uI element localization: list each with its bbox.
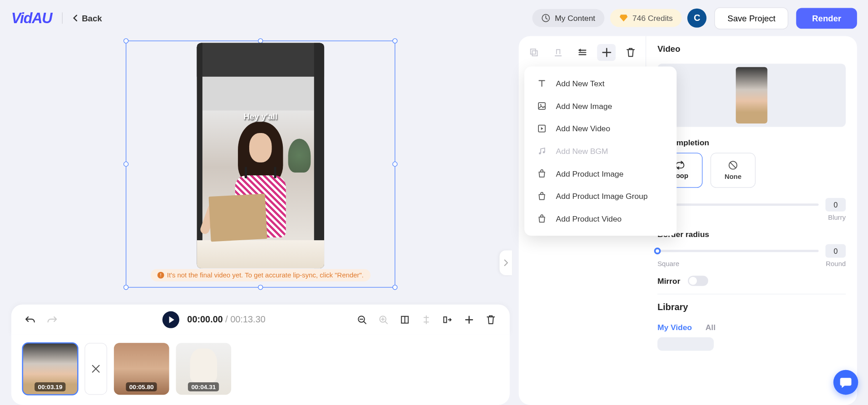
bag-icon bbox=[537, 214, 547, 224]
render-notice: ! It's not the final video yet. To get a… bbox=[151, 269, 370, 281]
mirror-label: Mirror bbox=[657, 277, 680, 286]
resize-handle[interactable] bbox=[392, 162, 397, 167]
video-scene bbox=[197, 43, 324, 268]
resize-handle[interactable] bbox=[392, 38, 397, 43]
clip-thumbnail[interactable]: 00:03.19 bbox=[23, 343, 78, 395]
border-radius-label: Border radius bbox=[657, 229, 846, 238]
svg-rect-4 bbox=[444, 317, 446, 322]
slider-thumb[interactable] bbox=[654, 247, 661, 254]
radius-value: 0 bbox=[825, 244, 846, 258]
undo-button[interactable] bbox=[24, 313, 37, 326]
delete-clip-button[interactable] bbox=[484, 313, 498, 326]
add-product-image-label: Add Product Image bbox=[556, 169, 624, 178]
chat-support-button[interactable] bbox=[833, 370, 858, 395]
redo-button[interactable] bbox=[45, 313, 59, 326]
svg-point-10 bbox=[539, 153, 541, 154]
video-preview[interactable]: Hey y'all bbox=[197, 43, 324, 268]
layers-button[interactable] bbox=[441, 313, 454, 326]
diamond-icon bbox=[619, 14, 628, 22]
clip-thumbnail[interactable]: 00:05.80 bbox=[114, 343, 169, 395]
svg-point-8 bbox=[540, 104, 542, 106]
avatar-initial: C bbox=[694, 13, 700, 23]
credits-pill[interactable]: 746 Credits bbox=[610, 9, 681, 27]
video-caption: Hey y'all bbox=[243, 112, 277, 121]
toggle-knob bbox=[689, 277, 697, 285]
add-object-button[interactable] bbox=[597, 44, 616, 61]
add-video-label: Add New Video bbox=[556, 124, 611, 133]
video-thumbnail bbox=[736, 67, 768, 123]
image-icon bbox=[537, 101, 547, 111]
library-thumbnail[interactable] bbox=[657, 337, 714, 351]
none-mode-button[interactable]: None bbox=[710, 153, 755, 188]
zoom-in-button[interactable] bbox=[377, 313, 390, 326]
layer-order-button[interactable] bbox=[573, 44, 592, 61]
play-icon bbox=[169, 316, 174, 323]
expand-panel-button[interactable] bbox=[499, 250, 512, 275]
clip-duration: 00:03.19 bbox=[35, 382, 66, 391]
editor-left: Hey y'all ! It's not the final video yet… bbox=[11, 36, 510, 405]
none-label: None bbox=[725, 173, 741, 180]
avatar[interactable]: C bbox=[687, 9, 706, 28]
radius-slider[interactable] bbox=[657, 250, 819, 252]
completion-mode-label: of completion bbox=[657, 138, 846, 147]
delete-object-button[interactable] bbox=[621, 44, 640, 61]
divider bbox=[62, 12, 63, 24]
logo: VidAU bbox=[11, 9, 52, 27]
add-image-label: Add New Image bbox=[556, 102, 612, 111]
blur-slider[interactable] bbox=[657, 203, 819, 206]
clip-duration: 00:05.80 bbox=[126, 382, 157, 391]
add-product-video-label: Add Product Video bbox=[556, 214, 622, 223]
clip-thumbnail[interactable]: 00:04.31 bbox=[176, 343, 232, 395]
text-icon bbox=[537, 79, 547, 89]
resize-handle[interactable] bbox=[123, 38, 128, 43]
add-product-image-item[interactable]: Add Product Image bbox=[524, 163, 676, 185]
current-time: 00:00.00 bbox=[187, 315, 222, 324]
clock-icon bbox=[541, 14, 550, 23]
chevron-right-icon bbox=[503, 259, 508, 266]
add-video-item[interactable]: Add New Video bbox=[524, 117, 676, 140]
add-product-image-group-label: Add Product Image Group bbox=[556, 192, 648, 201]
save-project-button[interactable]: Save Project bbox=[715, 7, 789, 29]
chat-icon bbox=[839, 377, 852, 388]
add-image-item[interactable]: Add New Image bbox=[524, 95, 676, 118]
align-button[interactable] bbox=[548, 44, 567, 61]
radius-max-label: Round bbox=[826, 260, 846, 268]
duplicate-button[interactable] bbox=[524, 44, 543, 61]
resize-handle[interactable] bbox=[123, 285, 128, 290]
library-tabs: My Video All bbox=[657, 322, 846, 331]
radius-slider-row: 0 bbox=[657, 244, 846, 258]
svg-rect-7 bbox=[538, 103, 545, 109]
blur-slider-row: 0 bbox=[657, 198, 846, 212]
add-product-image-group-item[interactable]: Add Product Image Group bbox=[524, 185, 676, 207]
svg-rect-5 bbox=[530, 49, 535, 54]
render-button[interactable]: Render bbox=[796, 8, 857, 29]
add-product-video-item[interactable]: Add Product Video bbox=[524, 207, 676, 230]
play-button[interactable] bbox=[163, 311, 179, 328]
tab-all[interactable]: All bbox=[705, 322, 715, 331]
transition-clip[interactable] bbox=[84, 343, 107, 395]
video-icon bbox=[537, 123, 547, 133]
add-bgm-item: Add New BGM bbox=[524, 140, 676, 163]
back-button[interactable]: Back bbox=[73, 13, 102, 23]
blur-value: 0 bbox=[825, 198, 846, 212]
tab-my-video[interactable]: My Video bbox=[657, 322, 692, 331]
split-button[interactable] bbox=[419, 313, 433, 326]
warning-icon: ! bbox=[158, 272, 164, 279]
selection-box[interactable]: Hey y'all ! It's not the final video yet… bbox=[126, 40, 395, 287]
resize-handle[interactable] bbox=[123, 162, 128, 167]
add-text-item[interactable]: Add New Text bbox=[524, 72, 676, 95]
video-thumbnail-box[interactable] bbox=[657, 64, 846, 127]
resize-handle[interactable] bbox=[258, 285, 263, 290]
resize-handle[interactable] bbox=[392, 285, 397, 290]
bag-icon bbox=[537, 168, 547, 178]
zoom-out-button[interactable] bbox=[355, 313, 369, 326]
library-label: Library bbox=[657, 302, 846, 312]
crop-button[interactable] bbox=[398, 313, 412, 326]
video-properties: Video of completion Loop None 0 bbox=[646, 36, 857, 405]
back-label: Back bbox=[82, 13, 102, 23]
my-content-button[interactable]: My Content bbox=[533, 9, 604, 27]
canvas-area[interactable]: Hey y'all ! It's not the final video yet… bbox=[11, 36, 510, 304]
add-clip-button[interactable] bbox=[462, 313, 476, 326]
mirror-toggle[interactable] bbox=[688, 276, 709, 286]
add-bgm-label: Add New BGM bbox=[556, 147, 608, 156]
